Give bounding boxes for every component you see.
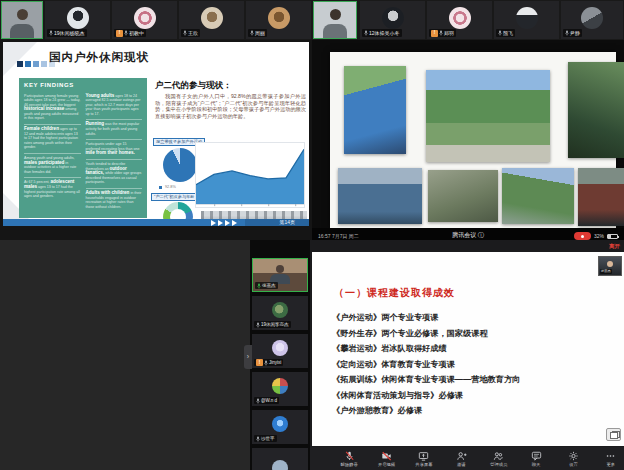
participant-name-chip: 尹静 (563, 29, 582, 37)
invite-button[interactable]: 邀请 (448, 451, 474, 467)
area-chart (195, 142, 305, 208)
photo-trees-aerial (568, 62, 624, 158)
participant-name: 王欣 (188, 29, 198, 37)
share-screen-icon (418, 451, 429, 461)
participant-tile[interactable]: 王欣 (179, 1, 244, 39)
mic-icon (364, 30, 368, 36)
mic-icon (256, 436, 260, 442)
participant-name-chip: 周丽 (248, 29, 267, 37)
participant-name: @W.n d (261, 397, 277, 404)
participant-name-chip: 19休闲李亮杰 (254, 321, 291, 328)
manage-members-button[interactable]: 管理成员 (486, 451, 512, 467)
participant-tile[interactable]: 沙世平 (252, 410, 308, 444)
record-button[interactable] (574, 232, 591, 240)
bullet-item: 《定向运动》体育教育专业专项课 (332, 357, 617, 373)
key-findings-panel: KEY FINDINGS Participation among female … (19, 78, 147, 218)
leave-button[interactable]: 离开 (609, 243, 620, 250)
mic-icon (256, 398, 260, 404)
photo-court-aerial (578, 168, 624, 226)
pie-chart (163, 148, 197, 182)
self-video-tile[interactable] (1, 1, 43, 39)
bullet-item: 《户外运动》两个专业专项课 (332, 310, 617, 326)
bullet-item: 《户外游憩教育》必修课 (332, 403, 617, 419)
participant-tile[interactable]: 19休闲杨晓杰 (45, 1, 110, 39)
key-finding: Young adults ages 18 to 24 averaged 82.5… (86, 91, 143, 119)
avatar (272, 378, 288, 394)
participant-name-chip: ! Jinyixi (254, 359, 283, 366)
photo-cyclist (344, 66, 406, 154)
person-silhouette (276, 265, 284, 273)
chat-icon (531, 451, 542, 461)
participant-name-chip: 12体操吴小冬 (362, 29, 402, 37)
participant-name: 初教中 (129, 29, 144, 37)
photo-collage-slide (330, 52, 616, 228)
participant-tile[interactable]: 周丽 (246, 1, 311, 39)
mic-icon (183, 30, 187, 36)
settings-button[interactable]: 设置 (560, 451, 586, 467)
participant-name-chip: 沙世平 (254, 435, 277, 442)
slide-heading: （一）课程建设取得成效 (334, 286, 455, 300)
start-video-button[interactable]: 开启视频 (373, 451, 399, 467)
photo-rocks (428, 170, 498, 222)
page-number: 第14页 (279, 219, 295, 226)
avatar (201, 7, 223, 29)
participant-tile[interactable]: ! 郑羽 (427, 1, 492, 39)
participant-tile[interactable]: ! 初教中 (112, 1, 177, 39)
chevron-arrows-icon (211, 219, 239, 226)
photo-climbing-wall (502, 168, 574, 224)
key-findings-left-column: Participation among female young adults … (24, 91, 81, 212)
key-findings-header: KEY FINDINGS (24, 82, 142, 88)
participant-name: 郑羽 (444, 29, 454, 37)
participant-tile[interactable]: ! Jinyixi (252, 334, 308, 368)
participant-video-tile[interactable]: 张燕杰 (252, 258, 308, 292)
more-button[interactable]: 更多 (598, 451, 624, 467)
restore-window-icon[interactable] (606, 428, 621, 441)
avatar (272, 460, 288, 470)
key-findings-right-column: Young adults ages 18 to 24 averaged 82.5… (86, 91, 143, 212)
participant-tile[interactable]: 12体操吴小冬 (360, 1, 425, 39)
chat-button[interactable]: 聊天 (523, 451, 549, 467)
participant-tile[interactable]: 熊飞 (494, 1, 559, 39)
app-title: 腾讯会议 (452, 232, 476, 238)
members-icon (493, 451, 504, 461)
participant-name: 尹静 (570, 29, 580, 37)
participant-tile-partial[interactable] (252, 448, 308, 470)
unmute-button[interactable]: 解除静音 (336, 451, 362, 467)
bullet-item: 《野外生存》两个专业必修课，国家级课程 (332, 326, 617, 342)
participant-tile[interactable]: @W.n d (252, 372, 308, 406)
info-icon[interactable]: ⓘ (478, 232, 484, 238)
settings-icon (568, 451, 579, 461)
person-silhouette (10, 24, 34, 38)
hand-raise-icon: ! (431, 30, 438, 37)
mic-icon (256, 322, 260, 328)
floating-video-thumbnail[interactable]: 张燕杰 (598, 256, 622, 276)
mic-icon (498, 30, 502, 36)
person-silhouette (607, 261, 613, 267)
key-finding: Female children ages up to 12 and male a… (24, 124, 81, 153)
more-icon (605, 451, 616, 461)
key-finding: At 67.5 percent, adolescent males ages 1… (24, 177, 81, 201)
participant-name: 19休闲李亮杰 (261, 321, 289, 328)
participant-tile[interactable]: 尹静 (561, 1, 623, 39)
participant-filmstrip-left: 19休闲杨晓杰 ! 初教中 王欣 (0, 0, 312, 40)
avatar (581, 7, 603, 29)
sidebar-collapse-tab[interactable]: › (244, 345, 252, 369)
slide-footer-bar: 第14页 (3, 219, 309, 226)
diagram-window: 趋势 交桥体系 (0, 240, 250, 470)
participant-name-chip: ! 郑羽 (429, 29, 456, 37)
participant-tile[interactable]: 19休闲李亮杰 (252, 296, 308, 330)
participant-name-chip: 19休闲杨晓杰 (47, 29, 87, 37)
mic-icon (124, 30, 128, 36)
record-dot-icon (581, 235, 584, 238)
shared-slide-course-results: （一）课程建设取得成效 《户外运动》两个专业专项课 《野外生存》两个专业必修课，… (312, 252, 624, 446)
key-finding: Participation among female young adults … (24, 91, 81, 124)
participant-name: 张燕杰 (601, 269, 611, 274)
avatar (134, 7, 156, 29)
self-video-tile[interactable] (313, 1, 357, 39)
slide-title: 国内户外休闲现状 (49, 50, 149, 65)
participant-name: 19休闲杨晓杰 (54, 29, 85, 37)
photo-ropes-course (338, 168, 422, 224)
share-screen-button[interactable]: 共享屏幕 (411, 451, 437, 467)
mic-icon (439, 30, 443, 36)
battery-percent: 32% (594, 233, 604, 239)
